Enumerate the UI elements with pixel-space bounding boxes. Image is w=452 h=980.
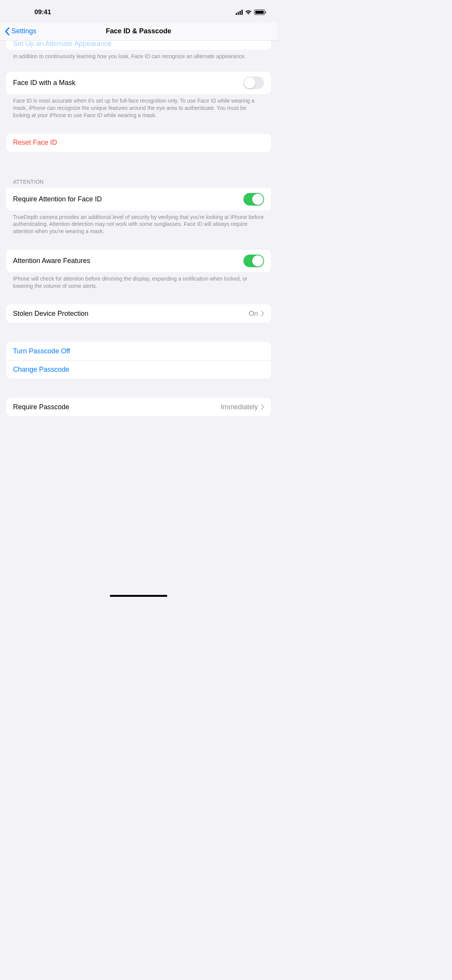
attention-aware-toggle[interactable] (243, 255, 264, 267)
stolen-device-cell[interactable]: Stolen Device Protection On (6, 304, 271, 323)
require-attention-label: Require Attention for Face ID (13, 195, 102, 203)
attention-aware-label: Attention Aware Features (13, 257, 90, 265)
alternate-appearance-cell[interactable]: Set Up an Alternate Appearance (6, 41, 271, 50)
change-passcode-cell[interactable]: Change Passcode (6, 360, 271, 379)
reset-face-id-cell[interactable]: Reset Face ID (6, 134, 271, 152)
reset-label: Reset Face ID (13, 139, 57, 147)
require-passcode-value: Immediately (221, 403, 258, 411)
require-passcode-label: Require Passcode (13, 403, 69, 411)
require-attention-footer: TrueDepth camera provides an additional … (6, 211, 271, 235)
stolen-value: On (249, 310, 258, 318)
status-time: 09:41 (34, 8, 51, 16)
attention-aware-footer: iPhone will check for attention before d… (6, 272, 271, 290)
back-button[interactable]: Settings (0, 27, 36, 36)
chevron-right-icon (261, 311, 264, 316)
face-id-mask-cell[interactable]: Face ID with a Mask (6, 72, 271, 94)
page-title: Face ID & Passcode (106, 27, 171, 35)
require-passcode-cell[interactable]: Require Passcode Immediately (6, 398, 271, 416)
cellular-signal-icon (236, 10, 243, 15)
back-label: Settings (11, 27, 36, 35)
chevron-right-icon (261, 404, 264, 410)
stolen-label: Stolen Device Protection (13, 310, 88, 318)
attention-aware-cell[interactable]: Attention Aware Features (6, 250, 271, 272)
alternate-label: Set Up an Alternate Appearance (13, 41, 111, 48)
wifi-icon (245, 10, 252, 15)
status-bar: 09:41 (0, 0, 277, 22)
chevron-left-icon (5, 27, 10, 36)
turn-passcode-off-cell[interactable]: Turn Passcode Off (6, 342, 271, 360)
status-icons (236, 10, 265, 15)
mask-label: Face ID with a Mask (13, 79, 75, 87)
require-attention-toggle[interactable] (243, 193, 264, 206)
navigation-bar: Settings Face ID & Passcode (0, 22, 277, 41)
mask-toggle[interactable] (243, 77, 264, 89)
attention-header: Attention (6, 179, 271, 188)
turn-off-label: Turn Passcode Off (13, 347, 70, 355)
mask-footer: Face ID is most accurate when it's set u… (6, 94, 271, 119)
change-passcode-label: Change Passcode (13, 366, 69, 374)
require-attention-cell[interactable]: Require Attention for Face ID (6, 188, 271, 211)
home-indicator[interactable] (110, 595, 167, 597)
alternate-footer: In addition to continuously learning how… (6, 50, 271, 60)
battery-icon (254, 10, 265, 15)
